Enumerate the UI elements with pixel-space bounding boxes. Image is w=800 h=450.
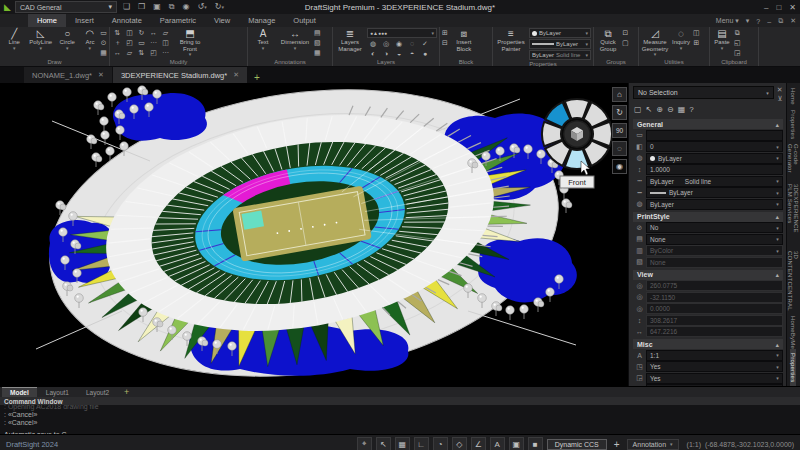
doc-minimize-button[interactable]: –: [767, 18, 771, 25]
save-all-button[interactable]: ⧉: [167, 2, 177, 12]
linestyle-dropdown[interactable]: ByLayerSolid line▾: [646, 176, 783, 187]
modify-tool-icon[interactable]: ◰: [124, 38, 135, 47]
linecolor-dropdown[interactable]: ByLayer▾: [529, 28, 591, 38]
doc-tab-noname[interactable]: NONAME_1.dwg*✕: [24, 67, 112, 83]
line-button[interactable]: ╱Line▾: [2, 28, 26, 51]
layer-tool-icon[interactable]: ◒: [393, 49, 405, 58]
layer-tool-icon[interactable]: ◉: [393, 39, 405, 48]
circle-button[interactable]: ○Circle▾: [55, 28, 79, 51]
tab-view[interactable]: View: [205, 14, 239, 27]
block-tool-icon[interactable]: ⊞: [442, 28, 448, 37]
modify-tool-icon[interactable]: ↔: [148, 28, 159, 37]
modify-tool-icon[interactable]: ▭: [136, 38, 147, 47]
minimize-button[interactable]: –: [764, 3, 768, 12]
side-tab-homebyme[interactable]: HomeByMe: [790, 311, 796, 349]
polyline-button[interactable]: ◺PolyLine▾: [28, 28, 52, 51]
modify-tool-icon[interactable]: ◰: [148, 48, 159, 57]
modify-tool-icon[interactable]: ◫: [124, 28, 135, 37]
layer-tool-icon[interactable]: ◌: [406, 39, 418, 48]
modify-tool-icon[interactable]: ⇅: [112, 28, 123, 37]
modify-tool-icon[interactable]: ▱: [124, 48, 135, 57]
close-icon[interactable]: ✕: [98, 71, 104, 79]
clipboard-tool-icon[interactable]: ◲: [734, 48, 741, 57]
modify-tool-icon[interactable]: ＋: [112, 38, 123, 47]
utility-tool-icon[interactable]: ⊞: [693, 38, 700, 47]
pointer-toggle[interactable]: ↖: [376, 437, 391, 450]
ortho-toggle[interactable]: ∟: [414, 437, 429, 450]
save-button[interactable]: ▣: [151, 2, 163, 12]
group-tool-icon[interactable]: ⊡: [622, 28, 629, 37]
close-icon[interactable]: ✕: [233, 71, 239, 79]
doc-restore-button[interactable]: ⧉: [778, 17, 783, 25]
rotate-90-button[interactable]: 90: [612, 123, 627, 138]
inquiry-button[interactable]: ◌ Inquiry▾: [671, 28, 691, 51]
remove-selection-button[interactable]: ⊖: [667, 105, 674, 114]
annotation-toggle[interactable]: A: [490, 437, 505, 450]
linescale-field[interactable]: 1.0000: [646, 164, 783, 175]
drawing-viewport[interactable]: Front ⌂ ↻ 90 ◌ ◉: [0, 83, 628, 386]
linestyle-dropdown[interactable]: ByLayerSolid line▾: [529, 50, 591, 60]
menu-dropdown[interactable]: Menu ▾: [716, 17, 739, 25]
close-button[interactable]: ✕: [789, 3, 796, 12]
tab-output[interactable]: Output: [284, 14, 325, 27]
note-button[interactable]: ▤: [314, 28, 321, 37]
print-style-toggle[interactable]: ▣: [509, 437, 524, 450]
leader-button[interactable]: ▧: [314, 38, 321, 47]
layer-tool-icon[interactable]: ◓: [406, 49, 418, 58]
add-sheet-button[interactable]: +: [118, 387, 135, 397]
undo-button[interactable]: ↺▾: [196, 2, 209, 12]
modify-tool-icon[interactable]: ▱: [160, 28, 171, 37]
preview-button[interactable]: ◉: [181, 2, 192, 12]
sheet-tab-layout2[interactable]: Layout2: [78, 387, 117, 397]
side-tab-properties-active[interactable]: Properties: [790, 349, 796, 386]
section-misc[interactable]: Misc▴: [633, 339, 783, 349]
paste-button[interactable]: ▤ Paste▾: [712, 28, 732, 51]
annotation-scale-dropdown[interactable]: 1:1▾: [646, 350, 783, 361]
quick-select-button[interactable]: ▦: [678, 105, 686, 114]
sheet-tab-model[interactable]: Model: [2, 387, 37, 398]
snap-toggle[interactable]: ⌖: [357, 437, 372, 450]
tab-home[interactable]: Home: [28, 14, 66, 27]
hatch-button[interactable]: ▦: [100, 48, 107, 57]
tab-parametric[interactable]: Parametric: [151, 14, 205, 27]
ribbon-collapse-icon[interactable]: ▾: [746, 17, 750, 25]
side-tab-plm[interactable]: 3DEXPERIENCE PLM Services: [787, 179, 799, 245]
text-button[interactable]: AText▾: [250, 28, 276, 51]
rectangle-button[interactable]: ▭: [100, 28, 107, 37]
modify-tool-icon[interactable]: ⋯: [160, 48, 171, 57]
layer-tool-icon[interactable]: ◎: [380, 39, 392, 48]
table-button[interactable]: ▦: [314, 48, 321, 57]
dynamic-ccs-button[interactable]: Dynamic CCS: [547, 439, 607, 450]
sheet-tab-layout1[interactable]: Layout1: [38, 387, 77, 397]
panel-pin-icon[interactable]: ⊻: [777, 95, 782, 102]
ellipse-button[interactable]: ⊙: [100, 38, 107, 47]
select-pointer-button[interactable]: ↖: [646, 105, 653, 114]
orbit-button[interactable]: ↻: [612, 105, 627, 120]
modify-tool-icon[interactable]: ↔: [112, 48, 123, 57]
side-tab-contentcentral[interactable]: 3D CONTENTCENTRAL: [787, 246, 799, 311]
layers-manager-button[interactable]: ≣ Layers Manager: [335, 28, 365, 52]
doc-close-button[interactable]: ✕: [790, 17, 796, 25]
etrack-toggle[interactable]: ∠: [471, 437, 486, 450]
modify-tool-icon[interactable]: ⇅: [136, 48, 147, 57]
utility-tool-icon[interactable]: ◫: [693, 28, 700, 37]
home-view-button[interactable]: ⌂: [612, 87, 627, 102]
layer-tool-icon[interactable]: ◑: [380, 49, 392, 58]
navigation-wheel[interactable]: [542, 99, 612, 169]
open-file-button[interactable]: ❒: [136, 2, 147, 12]
properties-painter-button[interactable]: ≡ Properties Painter: [495, 28, 527, 52]
side-tab-properties[interactable]: Properties: [790, 105, 796, 139]
dimension-button[interactable]: ↔Dimension▾: [278, 28, 312, 51]
printstyle-table-dropdown[interactable]: None▾: [646, 234, 783, 245]
block-tool-icon[interactable]: ⊟: [442, 38, 448, 47]
ucs-dropdown[interactable]: Yes▾: [646, 361, 783, 372]
selection-dropdown[interactable]: No Selection▾: [633, 86, 774, 99]
maximize-button[interactable]: □: [776, 3, 781, 12]
lineweight-dropdown[interactable]: ByLayer▾: [529, 39, 591, 49]
polar-toggle[interactable]: ◔: [433, 437, 448, 450]
new-file-button[interactable]: ❏: [121, 2, 132, 12]
esnap-toggle[interactable]: ◇: [452, 437, 467, 450]
bring-to-front-button[interactable]: ⬒ Bring to Front▾: [173, 28, 207, 57]
ccs-square-icon[interactable]: ■: [528, 437, 543, 450]
layer-tool-icon[interactable]: ●: [419, 49, 431, 58]
